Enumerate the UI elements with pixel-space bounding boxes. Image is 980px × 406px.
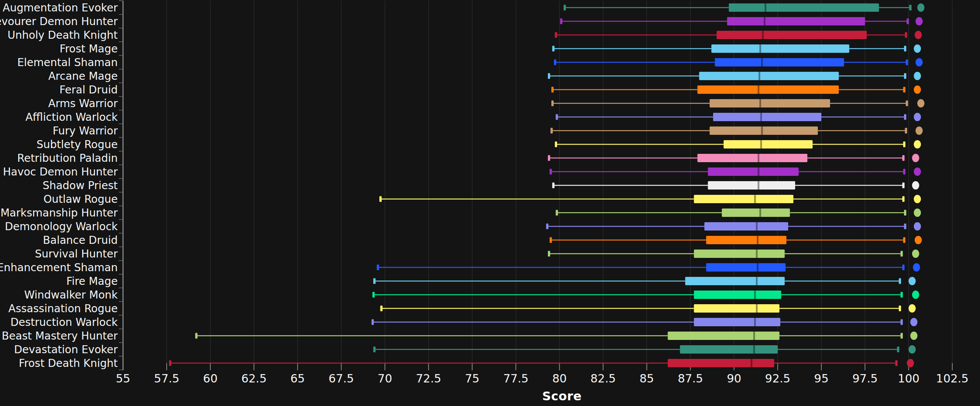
whisker-cap-high <box>904 210 906 216</box>
iqr-box[interactable] <box>708 167 799 176</box>
max-point[interactable] <box>912 154 919 162</box>
category-label-survival-hunter: Survival Hunter <box>35 248 118 260</box>
max-point[interactable] <box>914 167 921 176</box>
whisker-cap-high <box>903 169 905 175</box>
whisker-cap-high <box>904 224 906 229</box>
iqr-box[interactable] <box>727 17 865 25</box>
iqr-box[interactable] <box>704 222 788 231</box>
max-point[interactable] <box>907 359 914 367</box>
max-point[interactable] <box>908 345 916 353</box>
median-line <box>764 17 765 25</box>
whisker-cap-low <box>373 279 375 284</box>
iqr-box[interactable] <box>724 140 813 148</box>
whisker-cap-low <box>380 306 382 311</box>
whisker-cap-low <box>550 128 553 134</box>
whisker-cap-low <box>555 32 557 38</box>
iqr-box[interactable] <box>680 345 778 353</box>
max-point[interactable] <box>913 263 920 272</box>
iqr-box[interactable] <box>699 72 839 80</box>
category-label-destruction-warlock: Destruction Warlock <box>10 316 118 328</box>
iqr-box[interactable] <box>668 331 780 340</box>
max-point[interactable] <box>914 209 921 217</box>
max-point[interactable] <box>915 236 922 244</box>
x-tick-label-57.5: 57.5 <box>154 372 180 385</box>
max-point[interactable] <box>912 181 919 189</box>
iqr-box[interactable] <box>694 195 794 203</box>
max-point[interactable] <box>910 318 917 326</box>
iqr-box[interactable] <box>710 126 818 135</box>
x-tick-label-85: 85 <box>640 372 654 385</box>
iqr-box[interactable] <box>694 304 780 312</box>
max-point[interactable] <box>917 99 924 107</box>
dps-score-boxplot-chart: 5557.56062.56567.57072.57577.58082.58587… <box>0 0 980 406</box>
max-point[interactable] <box>910 331 917 340</box>
whisker-cap-low <box>548 155 550 161</box>
iqr-box[interactable] <box>710 99 830 107</box>
iqr-box[interactable] <box>713 113 821 121</box>
x-tick-label-72.5: 72.5 <box>416 372 441 385</box>
max-point[interactable] <box>912 291 919 299</box>
max-point[interactable] <box>914 222 921 231</box>
max-point[interactable] <box>914 195 921 203</box>
iqr-box[interactable] <box>694 318 781 326</box>
iqr-box[interactable] <box>686 277 785 285</box>
whisker-cap-high <box>899 279 901 284</box>
iqr-box[interactable] <box>697 154 808 162</box>
category-label-retribution-paladin: Retribution Paladin <box>17 152 118 164</box>
whisker-cap-high <box>905 60 908 65</box>
iqr-box[interactable] <box>722 209 790 217</box>
max-point[interactable] <box>915 126 923 135</box>
median-line <box>757 263 759 272</box>
max-point[interactable] <box>908 277 916 285</box>
max-point[interactable] <box>915 17 923 25</box>
whisker-cap-low <box>169 360 171 366</box>
whisker-cap-high <box>902 265 904 271</box>
iqr-box[interactable] <box>716 31 867 39</box>
x-tick-label-90: 90 <box>727 372 741 385</box>
median-line <box>757 86 759 94</box>
iqr-box[interactable] <box>729 3 879 12</box>
max-point[interactable] <box>915 31 922 39</box>
x-tick-label-75: 75 <box>465 372 479 385</box>
whisker-cap-low <box>549 237 552 243</box>
iqr-box[interactable] <box>706 236 787 244</box>
max-point[interactable] <box>914 140 921 148</box>
iqr-box[interactable] <box>694 250 785 258</box>
iqr-box[interactable] <box>697 86 839 94</box>
median-line <box>753 331 755 340</box>
median-line <box>754 291 756 299</box>
category-label-feral-druid: Feral Druid <box>59 84 118 96</box>
iqr-box[interactable] <box>708 181 795 189</box>
median-line <box>757 181 759 189</box>
iqr-box[interactable] <box>694 291 781 299</box>
x-tick-label-80: 80 <box>552 372 566 385</box>
max-point[interactable] <box>915 58 923 67</box>
median-line <box>759 45 761 53</box>
max-point[interactable] <box>908 304 916 312</box>
median-line <box>756 277 758 285</box>
max-point[interactable] <box>914 45 921 53</box>
whisker-cap-low <box>556 210 558 216</box>
whisker-cap-low <box>552 183 554 188</box>
category-label-demonology-warlock: Demonology Warlock <box>5 220 118 233</box>
max-point[interactable] <box>912 250 919 258</box>
max-point[interactable] <box>914 72 921 80</box>
x-tick-label-70: 70 <box>378 372 392 385</box>
iqr-box[interactable] <box>711 45 849 53</box>
iqr-box[interactable] <box>715 58 844 67</box>
median-line <box>760 113 762 121</box>
whisker-cap-high <box>900 292 903 298</box>
whisker-cap-low <box>554 60 556 65</box>
max-point[interactable] <box>914 86 921 94</box>
iqr-box[interactable] <box>706 263 786 272</box>
max-point[interactable] <box>914 113 921 121</box>
median-line <box>754 318 756 326</box>
whisker-cap-low <box>560 19 562 24</box>
whisker-cap-low <box>371 319 374 325</box>
x-tick-label-97.5: 97.5 <box>853 372 878 385</box>
median-line <box>757 236 759 244</box>
x-tick-label-62.5: 62.5 <box>241 372 267 385</box>
iqr-box[interactable] <box>668 359 774 367</box>
max-point[interactable] <box>917 3 924 12</box>
median-line <box>761 58 763 67</box>
